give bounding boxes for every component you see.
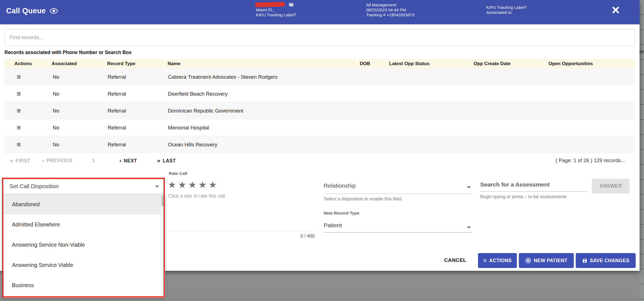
dropdown-option[interactable]: Answering Service Non-Viable	[4, 235, 161, 255]
relationship-select[interactable]: Relationship	[324, 180, 472, 194]
row-name: Memorial Hospital	[165, 119, 358, 136]
row-actions-menu-icon[interactable]: ≡	[17, 123, 21, 132]
eye-icon[interactable]	[50, 8, 58, 14]
column-header-open-opportunities[interactable]: Open Opportunities	[546, 59, 635, 68]
dropdown-scrollbar[interactable]	[161, 194, 165, 298]
hamburger-icon: ≡	[483, 257, 487, 264]
cancel-button[interactable]: CANCEL	[444, 257, 466, 263]
row-record-type: Referral	[104, 102, 165, 119]
row-associated: No	[49, 136, 104, 153]
screen: ore Call Queue (305) 458-7290 ☎ Miami FL…	[0, 0, 644, 301]
character-counter: 0 / 400	[169, 233, 315, 239]
row-record-type: Referral	[104, 136, 165, 153]
call-datetime: 08/25/2023 04:44 PM	[366, 7, 414, 12]
records-section-label: Records associated with Phone Number or …	[4, 50, 132, 55]
column-header-associated[interactable]: Associated	[49, 59, 104, 68]
assessment-search-input[interactable]: Search for a Assessment	[480, 180, 588, 192]
row-actions-menu-icon[interactable]: ≡	[17, 106, 21, 115]
table-row[interactable]: ≡ No Referral Dominican Republic Governm…	[4, 102, 635, 119]
row-actions-menu-icon[interactable]: ≡	[17, 73, 21, 81]
pagination-previous-button[interactable]: ‹PREVIOUS	[42, 156, 72, 165]
rate-call-label: Rate Call	[169, 171, 187, 176]
background-page-strip	[640, 0, 644, 301]
modal-title-group: Call Queue	[6, 7, 58, 15]
row-record-type: Referral	[104, 68, 165, 85]
modal-header: Call Queue (305) 458-7290 ☎ Miami FL, KI…	[0, 0, 640, 24]
table-row[interactable]: ≡ No Referral Ocean Hills Recovery	[4, 136, 635, 153]
answer-button[interactable]: ANSWER	[592, 179, 630, 193]
dropdown-option[interactable]: Abandoned	[4, 194, 161, 215]
double-chevron-right-icon: »	[157, 157, 160, 164]
search-input[interactable]	[4, 29, 635, 46]
row-actions-menu-icon[interactable]: ≡	[17, 140, 21, 149]
call-disposition-select[interactable]: Set Call Disposition	[4, 179, 165, 194]
relationship-hint: Select a disposition to enable this fiel…	[324, 196, 402, 201]
pagination-current-page: 1	[92, 156, 95, 165]
tracking-label: KIPU Tracking Label?	[486, 5, 527, 10]
column-header-name[interactable]: Name	[165, 59, 358, 68]
table-row[interactable]: ≡ No Referral Cabrera Treatment Advocate…	[4, 68, 635, 85]
row-actions-menu-icon[interactable]: ≡	[17, 90, 21, 98]
row-name: Ocean Hills Recovery	[165, 136, 358, 153]
pagination-last-button[interactable]: »LAST	[157, 156, 176, 165]
save-icon	[582, 258, 587, 263]
star-icon[interactable]: ★	[178, 180, 188, 190]
plus-circle-icon: +	[525, 257, 531, 264]
tracking-number: Tracking # +19542803873	[366, 12, 414, 17]
column-header-opp-create-date[interactable]: Opp Create Date	[471, 59, 546, 68]
star-rating: ★★★★★	[168, 180, 219, 190]
association-info: KIPU Tracking Label? Associated to:	[486, 5, 527, 15]
phone-redaction-overlay	[255, 2, 285, 7]
assessment-search-label: Search for a Assessment	[480, 181, 550, 188]
actions-button[interactable]: ≡ ACTIONS	[478, 253, 517, 268]
row-record-type: Referral	[104, 119, 165, 136]
new-record-type-label: New Record Type	[324, 211, 359, 216]
save-changes-button[interactable]: SAVE CHANGES	[576, 253, 636, 268]
pagination-next-button[interactable]: ›NEXT	[119, 156, 137, 165]
chevron-down-icon	[155, 185, 159, 188]
column-header-record-type[interactable]: Record Type	[104, 59, 165, 68]
row-associated: No	[49, 119, 104, 136]
pagination-first-button[interactable]: «FIRST	[10, 156, 30, 165]
star-icon[interactable]: ★	[198, 180, 209, 190]
row-name: Dominican Republic Government	[165, 102, 358, 119]
table-row[interactable]: ≡ No Referral Memorial Hospital	[4, 119, 635, 136]
records-table-header: Actions Associated Record Type Name DOB …	[4, 59, 635, 68]
associated-to-label: Associated to:	[486, 10, 527, 15]
star-icon[interactable]: ★	[188, 180, 198, 190]
column-header-actions[interactable]: Actions	[4, 59, 49, 68]
table-row[interactable]: ≡ No Referral Deerfield Beach Recovery	[4, 85, 635, 102]
new-patient-button[interactable]: + NEW PATIENT	[519, 253, 574, 268]
row-associated: No	[49, 85, 104, 102]
pagination-summary: ( Page: 1 of 26 ) 129 records...	[555, 156, 625, 165]
dropdown-option[interactable]: Answering Service Viable	[4, 255, 161, 275]
close-icon[interactable]	[610, 4, 621, 16]
caller-info: (305) 458-7290 ☎ Miami FL, KIPU Tracking…	[256, 2, 296, 17]
column-header-dob[interactable]: DOB	[358, 59, 386, 68]
double-chevron-left-icon: «	[10, 157, 13, 164]
call-notes-textarea[interactable]	[169, 205, 315, 231]
row-associated: No	[49, 102, 104, 119]
dropdown-option[interactable]: Business	[4, 275, 161, 295]
assessment-search-hint: Begin typing or press ↓ to list assessme…	[480, 194, 567, 199]
dropdown-scrollbar-thumb[interactable]	[161, 195, 165, 206]
call-disposition-placeholder: Set Call Disposition	[9, 183, 59, 190]
chevron-down-icon	[467, 226, 471, 229]
chevron-left-icon: ‹	[42, 156, 44, 165]
rate-call-hint: Click a star to rate this call.	[168, 193, 226, 199]
row-associated: No	[49, 68, 104, 85]
chevron-down-icon	[467, 186, 471, 188]
column-header-latest-opp-status[interactable]: Latest Opp Status	[386, 59, 471, 68]
background-partial-text: ore	[639, 49, 644, 55]
star-icon[interactable]: ★	[208, 180, 219, 190]
new-record-type-select[interactable]: Patient	[324, 220, 472, 233]
dropdown-option[interactable]: Admitted Elsewhere	[4, 215, 161, 235]
row-name: Cabrera Treatment Advocates - Steven Rod…	[165, 68, 358, 85]
modal-title: Call Queue	[6, 7, 46, 15]
row-record-type: Referral	[104, 85, 165, 102]
call-disposition-dropdown: Abandoned Admitted Elsewhere Answering S…	[4, 194, 165, 298]
call-meta: All Management 08/25/2023 04:44 PM Track…	[366, 2, 414, 17]
star-icon[interactable]: ★	[168, 180, 178, 190]
new-record-type-value: Patient	[324, 222, 342, 229]
row-name: Deerfield Beach Recovery	[165, 85, 358, 102]
